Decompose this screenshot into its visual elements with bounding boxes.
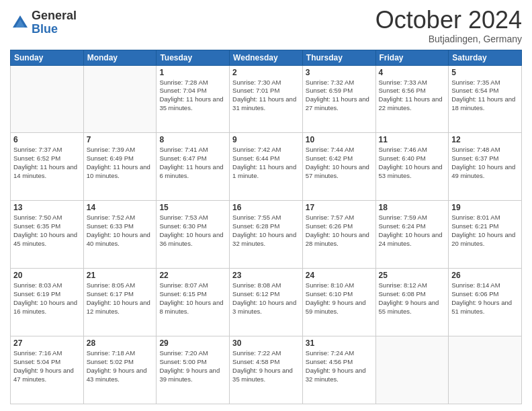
day-cell: 10Sunrise: 7:44 AM Sunset: 6:42 PM Dayli… (302, 133, 375, 201)
day-cell (11, 65, 84, 133)
day-number: 14 (87, 203, 154, 212)
day-cell (449, 336, 522, 404)
day-info: Sunrise: 7:18 AM Sunset: 5:02 PM Dayligh… (87, 349, 154, 383)
day-number: 10 (306, 135, 373, 144)
day-number: 8 (159, 135, 226, 144)
day-info: Sunrise: 7:50 AM Sunset: 6:35 PM Dayligh… (13, 214, 81, 248)
day-info: Sunrise: 8:07 AM Sunset: 6:15 PM Dayligh… (159, 281, 226, 316)
header-friday: Friday (375, 50, 449, 65)
logo-blue-text: Blue (32, 23, 77, 36)
day-number: 11 (379, 135, 446, 144)
day-cell: 4Sunrise: 7:33 AM Sunset: 6:56 PM Daylig… (375, 65, 449, 133)
day-cell: 21Sunrise: 8:05 AM Sunset: 6:17 PM Dayli… (83, 269, 157, 336)
day-number: 2 (232, 68, 300, 77)
title-block: October 2024 Butjadingen, Germany (375, 7, 522, 44)
calendar-table: Sunday Monday Tuesday Wednesday Thursday… (10, 50, 522, 404)
day-number: 26 (451, 271, 519, 280)
day-cell: 6Sunrise: 7:37 AM Sunset: 6:52 PM Daylig… (11, 133, 84, 201)
day-info: Sunrise: 7:46 AM Sunset: 6:40 PM Dayligh… (379, 146, 446, 180)
weekday-header-row: Sunday Monday Tuesday Wednesday Thursday… (11, 50, 522, 65)
day-cell: 24Sunrise: 8:10 AM Sunset: 6:10 PM Dayli… (302, 269, 375, 336)
day-number: 7 (87, 135, 154, 144)
day-info: Sunrise: 7:48 AM Sunset: 6:37 PM Dayligh… (451, 146, 519, 180)
logo-text: General Blue (32, 9, 77, 36)
day-info: Sunrise: 7:57 AM Sunset: 6:26 PM Dayligh… (306, 214, 373, 248)
day-info: Sunrise: 7:24 AM Sunset: 4:56 PM Dayligh… (306, 349, 373, 383)
day-info: Sunrise: 8:03 AM Sunset: 6:19 PM Dayligh… (13, 281, 81, 316)
day-number: 31 (306, 338, 373, 348)
logo: General Blue (10, 9, 77, 36)
day-info: Sunrise: 7:42 AM Sunset: 6:44 PM Dayligh… (232, 146, 300, 180)
day-number: 5 (451, 68, 519, 77)
day-number: 28 (87, 338, 154, 348)
day-number: 4 (379, 68, 446, 77)
week-row-1: 6Sunrise: 7:37 AM Sunset: 6:52 PM Daylig… (11, 133, 522, 201)
day-number: 23 (232, 271, 300, 280)
day-number: 27 (13, 338, 81, 348)
day-cell: 23Sunrise: 8:08 AM Sunset: 6:12 PM Dayli… (230, 269, 303, 336)
day-info: Sunrise: 7:22 AM Sunset: 4:58 PM Dayligh… (232, 349, 300, 383)
week-row-0: 1Sunrise: 7:28 AM Sunset: 7:04 PM Daylig… (11, 65, 522, 133)
day-number: 9 (232, 135, 300, 144)
day-info: Sunrise: 7:52 AM Sunset: 6:33 PM Dayligh… (87, 214, 154, 248)
day-cell: 7Sunrise: 7:39 AM Sunset: 6:49 PM Daylig… (83, 133, 157, 201)
day-cell: 2Sunrise: 7:30 AM Sunset: 7:01 PM Daylig… (230, 65, 303, 133)
page: General Blue October 2024 Butjadingen, G… (0, 0, 532, 411)
day-cell: 31Sunrise: 7:24 AM Sunset: 4:56 PM Dayli… (302, 336, 375, 404)
logo-general-text: General (32, 9, 77, 23)
day-info: Sunrise: 7:20 AM Sunset: 5:00 PM Dayligh… (159, 349, 226, 383)
day-cell: 18Sunrise: 7:59 AM Sunset: 6:24 PM Dayli… (375, 201, 449, 269)
day-info: Sunrise: 7:37 AM Sunset: 6:52 PM Dayligh… (13, 146, 81, 180)
header-sunday: Sunday (11, 50, 84, 65)
day-number: 6 (13, 135, 81, 144)
day-number: 30 (232, 338, 300, 348)
week-row-2: 13Sunrise: 7:50 AM Sunset: 6:35 PM Dayli… (11, 201, 522, 269)
day-cell: 22Sunrise: 8:07 AM Sunset: 6:15 PM Dayli… (157, 269, 230, 336)
day-number: 25 (379, 271, 446, 280)
day-number: 29 (159, 338, 226, 348)
day-info: Sunrise: 8:12 AM Sunset: 6:08 PM Dayligh… (379, 281, 446, 316)
day-info: Sunrise: 8:01 AM Sunset: 6:21 PM Dayligh… (451, 214, 519, 248)
day-info: Sunrise: 7:59 AM Sunset: 6:24 PM Dayligh… (379, 214, 446, 248)
week-row-3: 20Sunrise: 8:03 AM Sunset: 6:19 PM Dayli… (11, 269, 522, 336)
day-cell: 28Sunrise: 7:18 AM Sunset: 5:02 PM Dayli… (83, 336, 157, 404)
day-cell (375, 336, 449, 404)
day-info: Sunrise: 7:28 AM Sunset: 7:04 PM Dayligh… (159, 79, 226, 113)
day-info: Sunrise: 8:10 AM Sunset: 6:10 PM Dayligh… (306, 281, 373, 316)
header-wednesday: Wednesday (230, 50, 303, 65)
day-info: Sunrise: 7:32 AM Sunset: 6:59 PM Dayligh… (306, 79, 373, 113)
day-number: 12 (451, 135, 519, 144)
logo-icon (10, 13, 30, 33)
day-info: Sunrise: 7:55 AM Sunset: 6:28 PM Dayligh… (232, 214, 300, 248)
day-number: 17 (306, 203, 373, 212)
header-monday: Monday (83, 50, 157, 65)
day-info: Sunrise: 7:16 AM Sunset: 5:04 PM Dayligh… (13, 349, 81, 383)
week-row-4: 27Sunrise: 7:16 AM Sunset: 5:04 PM Dayli… (11, 336, 522, 404)
day-cell: 29Sunrise: 7:20 AM Sunset: 5:00 PM Dayli… (157, 336, 230, 404)
day-cell: 1Sunrise: 7:28 AM Sunset: 7:04 PM Daylig… (157, 65, 230, 133)
day-info: Sunrise: 7:41 AM Sunset: 6:47 PM Dayligh… (159, 146, 226, 180)
day-cell: 14Sunrise: 7:52 AM Sunset: 6:33 PM Dayli… (83, 201, 157, 269)
day-cell: 30Sunrise: 7:22 AM Sunset: 4:58 PM Dayli… (230, 336, 303, 404)
day-number: 19 (451, 203, 519, 212)
day-cell: 3Sunrise: 7:32 AM Sunset: 6:59 PM Daylig… (302, 65, 375, 133)
day-cell: 27Sunrise: 7:16 AM Sunset: 5:04 PM Dayli… (11, 336, 84, 404)
day-cell: 20Sunrise: 8:03 AM Sunset: 6:19 PM Dayli… (11, 269, 84, 336)
day-cell: 9Sunrise: 7:42 AM Sunset: 6:44 PM Daylig… (230, 133, 303, 201)
day-cell: 5Sunrise: 7:35 AM Sunset: 6:54 PM Daylig… (449, 65, 522, 133)
day-number: 15 (159, 203, 226, 212)
header-saturday: Saturday (449, 50, 522, 65)
day-number: 3 (306, 68, 373, 77)
day-number: 22 (159, 271, 226, 280)
day-info: Sunrise: 8:14 AM Sunset: 6:06 PM Dayligh… (451, 281, 519, 316)
header-thursday: Thursday (302, 50, 375, 65)
day-cell: 16Sunrise: 7:55 AM Sunset: 6:28 PM Dayli… (230, 201, 303, 269)
day-cell: 25Sunrise: 8:12 AM Sunset: 6:08 PM Dayli… (375, 269, 449, 336)
day-cell: 12Sunrise: 7:48 AM Sunset: 6:37 PM Dayli… (449, 133, 522, 201)
day-cell (83, 65, 157, 133)
day-info: Sunrise: 7:33 AM Sunset: 6:56 PM Dayligh… (379, 79, 446, 113)
day-number: 16 (232, 203, 300, 212)
day-info: Sunrise: 8:08 AM Sunset: 6:12 PM Dayligh… (232, 281, 300, 316)
day-cell: 13Sunrise: 7:50 AM Sunset: 6:35 PM Dayli… (11, 201, 84, 269)
day-info: Sunrise: 7:53 AM Sunset: 6:30 PM Dayligh… (159, 214, 226, 248)
